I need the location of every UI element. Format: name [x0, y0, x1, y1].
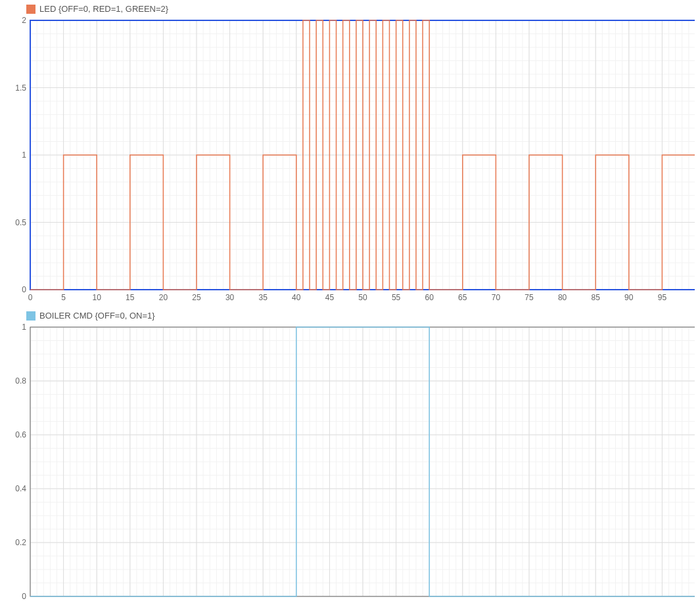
svg-text:95: 95	[658, 293, 667, 302]
svg-text:0.4: 0.4	[15, 484, 26, 493]
svg-text:0.8: 0.8	[15, 376, 26, 386]
svg-text:50: 50	[358, 293, 367, 302]
svg-text:90: 90	[624, 293, 634, 302]
chart-boiler-plot[interactable]: 0510152025303540455055606570758085909500…	[5, 323, 695, 601]
svg-text:1: 1	[22, 323, 26, 332]
legend-label: LED {OFF=0, RED=1, GREEN=2}	[39, 4, 168, 14]
legend-swatch-icon	[26, 311, 35, 321]
svg-text:2: 2	[22, 16, 26, 25]
page: LED {OFF=0, RED=1, GREEN=2} 051015202530…	[0, 0, 700, 601]
svg-text:0.6: 0.6	[15, 430, 26, 439]
svg-text:0: 0	[28, 293, 33, 302]
svg-text:70: 70	[492, 293, 501, 302]
svg-text:25: 25	[192, 293, 201, 302]
chart-boiler: BOILER CMD {OFF=0, ON=1} 051015202530354…	[5, 309, 695, 601]
legend-label: BOILER CMD {OFF=0, ON=1}	[39, 311, 155, 321]
svg-text:5: 5	[61, 293, 66, 302]
svg-text:0: 0	[22, 592, 26, 601]
svg-text:60: 60	[425, 293, 434, 302]
legend-boiler: BOILER CMD {OFF=0, ON=1}	[5, 309, 695, 323]
svg-text:1: 1	[22, 150, 26, 160]
svg-text:35: 35	[259, 293, 268, 302]
svg-text:0.5: 0.5	[15, 218, 26, 227]
svg-text:30: 30	[225, 293, 235, 302]
svg-text:0: 0	[22, 285, 26, 294]
svg-text:85: 85	[592, 293, 601, 302]
chart-led-plot[interactable]: 0510152025303540455055606570758085909500…	[5, 16, 695, 305]
svg-text:55: 55	[392, 293, 401, 302]
svg-text:15: 15	[126, 293, 135, 302]
svg-text:80: 80	[558, 293, 567, 302]
legend-led: LED {OFF=0, RED=1, GREEN=2}	[5, 3, 695, 16]
chart-led: LED {OFF=0, RED=1, GREEN=2} 051015202530…	[5, 3, 695, 305]
svg-text:65: 65	[458, 293, 467, 302]
svg-text:10: 10	[93, 293, 102, 302]
svg-text:1.5: 1.5	[15, 83, 26, 93]
svg-text:20: 20	[159, 293, 168, 302]
svg-text:75: 75	[525, 293, 534, 302]
svg-text:45: 45	[325, 293, 335, 302]
legend-swatch-icon	[26, 5, 35, 14]
svg-text:40: 40	[292, 293, 301, 302]
svg-text:0.2: 0.2	[15, 538, 26, 547]
